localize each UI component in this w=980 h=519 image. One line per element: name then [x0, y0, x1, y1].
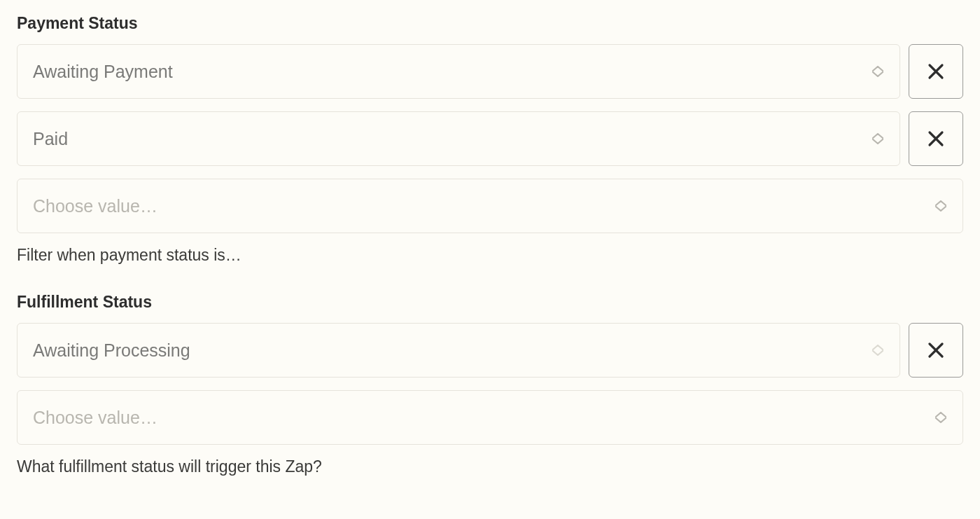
remove-button[interactable]	[909, 44, 963, 99]
payment-status-label: Payment Status	[17, 14, 963, 33]
payment-status-row-2: Choose value…	[17, 179, 963, 233]
payment-status-row-0: Awaiting Payment	[17, 44, 963, 99]
payment-status-row-1: Paid	[17, 111, 963, 166]
fulfillment-status-select-add[interactable]: Choose value…	[17, 390, 963, 445]
chevron-updown-icon	[872, 345, 884, 356]
payment-status-select-0[interactable]: Awaiting Payment	[17, 44, 900, 99]
select-value: Paid	[33, 129, 68, 149]
chevron-updown-icon	[934, 200, 947, 212]
select-placeholder: Choose value…	[33, 408, 158, 428]
payment-status-field: Payment Status Awaiting Payment Paid Cho…	[17, 14, 963, 265]
remove-button[interactable]	[909, 323, 963, 378]
close-icon	[927, 341, 945, 359]
close-icon	[927, 62, 945, 81]
select-placeholder: Choose value…	[33, 196, 158, 216]
payment-status-select-1[interactable]: Paid	[17, 111, 900, 166]
fulfillment-status-field: Fulfillment Status Awaiting Processing C…	[17, 293, 963, 476]
chevron-updown-icon	[934, 412, 947, 423]
chevron-updown-icon	[872, 133, 884, 144]
select-value: Awaiting Processing	[33, 340, 190, 361]
close-icon	[927, 130, 945, 148]
chevron-updown-icon	[872, 66, 884, 77]
select-value: Awaiting Payment	[33, 62, 173, 82]
payment-status-select-add[interactable]: Choose value…	[17, 179, 963, 233]
fulfillment-status-row-0: Awaiting Processing	[17, 323, 963, 378]
fulfillment-status-select-0[interactable]: Awaiting Processing	[17, 323, 900, 378]
fulfillment-status-row-1: Choose value…	[17, 390, 963, 445]
remove-button[interactable]	[909, 111, 963, 166]
fulfillment-status-label: Fulfillment Status	[17, 293, 963, 312]
fulfillment-status-help: What fulfillment status will trigger thi…	[17, 457, 963, 476]
payment-status-help: Filter when payment status is…	[17, 246, 963, 265]
